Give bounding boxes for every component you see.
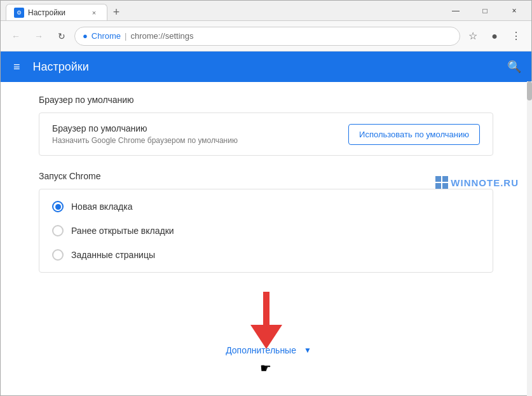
address-bar: ← → ↻ ● Chrome | chrome://settings ☆ ● ⋮: [1, 21, 531, 51]
use-default-button[interactable]: Использовать по умолчанию: [348, 124, 480, 145]
more-settings-button[interactable]: Дополнительные: [221, 343, 301, 358]
chrome-ui: ≡ Настройки 🔍 WINNOTE.RU Браузер по умол…: [1, 51, 531, 396]
search-icon[interactable]: 🔍: [507, 60, 521, 74]
bookmark-button[interactable]: ☆: [463, 26, 483, 46]
forward-button[interactable]: →: [29, 26, 49, 46]
startup-option-new-tab-label: Новая вкладка: [71, 201, 133, 212]
hamburger-menu-button[interactable]: ≡: [11, 58, 23, 76]
startup-section: Запуск Chrome Новая вкладка Ранее открыт…: [39, 171, 493, 273]
secure-icon: ●: [83, 31, 88, 41]
tab-title: Настройки: [28, 8, 65, 17]
window-controls: — □ ×: [441, 1, 531, 20]
default-browser-info: Браузер по умолчанию Назначить Google Ch…: [52, 123, 238, 145]
active-tab[interactable]: ⚙ Настройки ×: [6, 4, 107, 20]
maximize-button[interactable]: □: [470, 1, 500, 21]
title-bar: ⚙ Настройки × + — □ ×: [1, 1, 531, 21]
radio-prev-tabs[interactable]: [52, 225, 64, 236]
startup-option-custom-pages[interactable]: Заданные страницы: [39, 243, 493, 267]
startup-option-custom-pages-label: Заданные страницы: [71, 250, 155, 260]
address-chrome-label: Chrome: [92, 31, 121, 41]
address-separator: |: [125, 31, 126, 41]
startup-option-new-tab[interactable]: Новая вкладка: [39, 195, 493, 219]
settings-header: ≡ Настройки 🔍: [1, 51, 531, 82]
address-url-text: chrome://settings: [131, 31, 194, 41]
startup-card: Новая вкладка Ранее открытые вкладки Зад…: [39, 189, 493, 273]
more-btn-area: Дополнительные ▼ ☛: [39, 343, 493, 358]
account-button[interactable]: ●: [484, 26, 505, 46]
default-browser-card-title: Браузер по умолчанию: [52, 123, 238, 133]
tab-close-button[interactable]: ×: [89, 8, 99, 18]
default-browser-card-desc: Назначить Google Chrome браузером по умо…: [52, 136, 238, 145]
scrollbar[interactable]: [527, 82, 531, 396]
cursor-icon: ☛: [260, 360, 271, 376]
startup-section-title: Запуск Chrome: [39, 171, 493, 181]
toolbar-right: ☆ ● ⋮: [463, 26, 526, 46]
scroll-thumb[interactable]: [527, 82, 531, 100]
startup-option-prev-tabs-label: Ранее открытые вкладки: [71, 226, 174, 236]
tab-strip: ⚙ Настройки × +: [1, 1, 441, 20]
startup-option-prev-tabs[interactable]: Ранее открытые вкладки: [39, 219, 493, 243]
close-window-button[interactable]: ×: [500, 1, 529, 21]
default-browser-section-title: Браузер по умолчанию: [39, 95, 493, 105]
radio-custom-pages[interactable]: [52, 249, 64, 261]
settings-content[interactable]: WINNOTE.RU Браузер по умолчанию Браузер …: [1, 82, 531, 396]
default-browser-card: Браузер по умолчанию Назначить Google Ch…: [39, 113, 493, 156]
new-tab-button[interactable]: +: [107, 4, 125, 20]
minimize-button[interactable]: —: [441, 1, 470, 21]
radio-new-tab[interactable]: [52, 201, 64, 212]
menu-button[interactable]: ⋮: [506, 26, 526, 46]
reload-button[interactable]: ↻: [51, 26, 72, 46]
tab-favicon: ⚙: [14, 8, 24, 18]
settings-page-title: Настройки: [33, 60, 89, 74]
dropdown-arrow-icon: ▼: [304, 346, 311, 355]
back-button[interactable]: ←: [6, 26, 26, 46]
address-input[interactable]: ● Chrome | chrome://settings: [74, 27, 460, 46]
